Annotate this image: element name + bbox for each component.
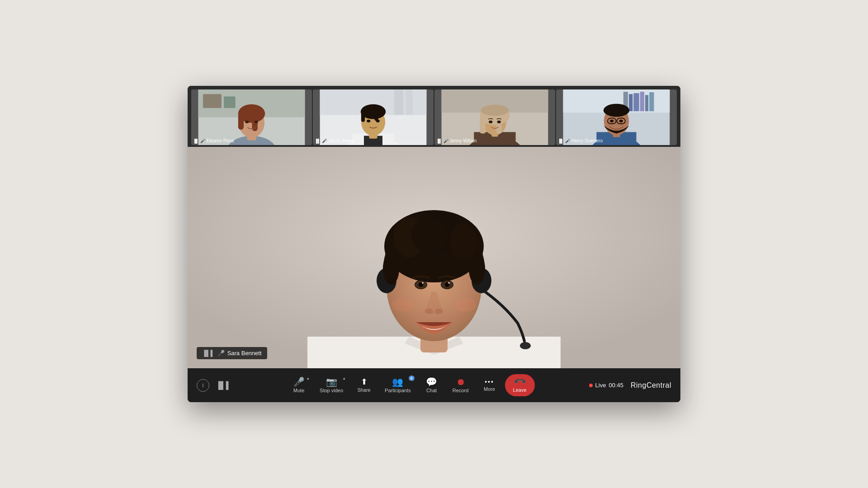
info-icon: i: [203, 382, 204, 389]
participant-strip: ▐▌ 🎤 Eleanor Pena: [188, 86, 680, 147]
camera-icon: 📷: [326, 377, 337, 386]
participant-eleanor-name: Eleanor Pena: [207, 138, 234, 143]
svg-point-85: [454, 298, 477, 312]
svg-point-80: [422, 282, 424, 284]
svg-rect-23: [375, 112, 378, 121]
svg-point-68: [450, 224, 477, 260]
live-timer: 00:45: [609, 382, 623, 389]
participant-jenny-name: Jenny Wilson: [450, 138, 476, 143]
svg-point-50: [604, 104, 629, 117]
mic-icon-henry: 🎤: [565, 139, 570, 143]
participant-jacob-label: ▐▌ 🎤 Jacob Jones: [315, 138, 354, 143]
svg-point-37: [497, 121, 501, 123]
participant-henry-label: ▐▌ 🎤 Henry Guerrero: [558, 138, 603, 143]
svg-point-54: [610, 120, 613, 122]
mic-icon-eleanor: 🎤: [200, 139, 205, 143]
mute-chevron: ▲: [306, 376, 310, 380]
svg-point-71: [469, 253, 485, 285]
mute-button[interactable]: ▲ 🎤 Mute: [285, 375, 312, 396]
svg-rect-45: [649, 92, 654, 111]
svg-point-10: [245, 121, 249, 123]
more-button[interactable]: ••• More: [476, 376, 503, 394]
chat-button[interactable]: 💬 Chat: [418, 375, 445, 396]
stop-video-chevron: ▲: [342, 376, 346, 380]
participant-tile-eleanor[interactable]: ▐▌ 🎤 Eleanor Pena: [191, 89, 312, 145]
signal-quality-button[interactable]: ▐▌▌: [216, 381, 231, 389]
leave-icon: 📞: [513, 375, 526, 388]
stop-video-label: Stop video: [320, 388, 343, 393]
participant-tile-henry[interactable]: ▐▌ 🎤 Henry Guerrero: [556, 89, 677, 145]
svg-point-55: [619, 120, 623, 122]
svg-point-25: [376, 120, 380, 122]
svg-rect-14: [394, 89, 404, 115]
toolbar: i ▐▌▌ ▲ 🎤 Mute ▲ 📷 Stop video ⬆: [188, 368, 680, 402]
brand-name: RingCentral: [631, 381, 671, 389]
svg-point-81: [448, 282, 450, 284]
signal-icon-jacob: ▐▌: [315, 139, 321, 143]
brand-logo: RingCentral: [631, 381, 671, 389]
svg-rect-33: [480, 115, 486, 133]
live-label: Live: [595, 382, 606, 389]
chat-icon: 💬: [426, 377, 437, 386]
svg-point-36: [489, 121, 492, 123]
record-button[interactable]: ⏺ Record: [447, 375, 474, 396]
leave-button[interactable]: 📞 Leave: [505, 374, 535, 396]
signal-icon-jenny: ▐▌: [436, 139, 442, 143]
svg-point-69: [411, 217, 448, 253]
svg-rect-34: [496, 115, 502, 133]
svg-point-11: [255, 121, 258, 123]
stop-video-button[interactable]: ▲ 📷 Stop video: [314, 375, 349, 396]
svg-point-70: [383, 253, 399, 285]
svg-rect-42: [633, 93, 639, 111]
signal-icon-henry: ▐▌: [558, 139, 564, 143]
svg-point-83: [435, 309, 443, 314]
svg-point-24: [367, 120, 370, 122]
live-indicator: Live 00:45: [589, 382, 623, 389]
app-window: ▐▌ 🎤 Eleanor Pena: [188, 86, 680, 402]
speaker-signal-icon: ▐▌▌: [202, 350, 215, 357]
info-button[interactable]: i: [197, 379, 209, 392]
toolbar-center: ▲ 🎤 Mute ▲ 📷 Stop video ⬆ Share 4 👥 Part…: [285, 374, 534, 396]
svg-rect-8: [238, 113, 244, 130]
record-icon: ⏺: [456, 377, 465, 386]
speaker-mic-icon: 🎤: [217, 350, 225, 357]
speaker-name: Sara Bennett: [227, 350, 262, 357]
mic-icon-jenny: 🎤: [443, 139, 448, 143]
share-icon: ⬆: [361, 378, 368, 386]
speaker-name-tag: ▐▌▌ 🎤 Sara Bennett: [197, 347, 267, 359]
chat-label: Chat: [426, 388, 437, 393]
live-dot: [589, 384, 593, 387]
participant-henry-name: Henry Guerrero: [571, 138, 603, 143]
mute-icon: 🎤: [293, 377, 305, 386]
participants-badge: 4: [409, 375, 415, 381]
toolbar-right: Live 00:45 RingCentral: [589, 381, 671, 389]
signal-icon-eleanor: ▐▌: [193, 139, 199, 143]
share-label: Share: [357, 387, 370, 393]
participant-jacob-name: Jacob Jones: [328, 138, 354, 143]
signal-bars-icon: ▐▌▌: [216, 381, 231, 389]
record-label: Record: [453, 388, 468, 393]
svg-rect-41: [629, 94, 632, 111]
main-video-area: ▐▌▌ 🎤 Sara Bennett: [188, 147, 680, 368]
svg-rect-2: [203, 94, 222, 108]
participant-tile-jenny[interactable]: ▐▌ 🎤 Jenny Wilson: [434, 89, 555, 145]
svg-rect-3: [224, 96, 236, 108]
mic-icon-jacob: 🎤: [322, 139, 327, 143]
mute-label: Mute: [293, 388, 304, 393]
svg-point-84: [391, 298, 414, 312]
svg-rect-44: [645, 95, 648, 111]
svg-rect-15: [406, 89, 412, 115]
share-button[interactable]: ⬆ Share: [350, 375, 377, 395]
participants-button[interactable]: 4 👥 Participants: [379, 375, 416, 396]
toolbar-left: i ▐▌▌: [197, 379, 231, 392]
more-icon: •••: [485, 379, 494, 385]
svg-rect-43: [640, 92, 644, 111]
svg-rect-22: [361, 112, 365, 122]
more-label: More: [484, 386, 495, 392]
svg-point-64: [520, 342, 531, 349]
svg-point-35: [481, 105, 509, 116]
participants-label: Participants: [385, 388, 410, 393]
participant-jenny-label: ▐▌ 🎤 Jenny Wilson: [436, 138, 476, 143]
participant-tile-jacob[interactable]: ▐▌ 🎤 Jacob Jones: [313, 89, 434, 145]
participants-icon: 👥: [392, 377, 403, 386]
